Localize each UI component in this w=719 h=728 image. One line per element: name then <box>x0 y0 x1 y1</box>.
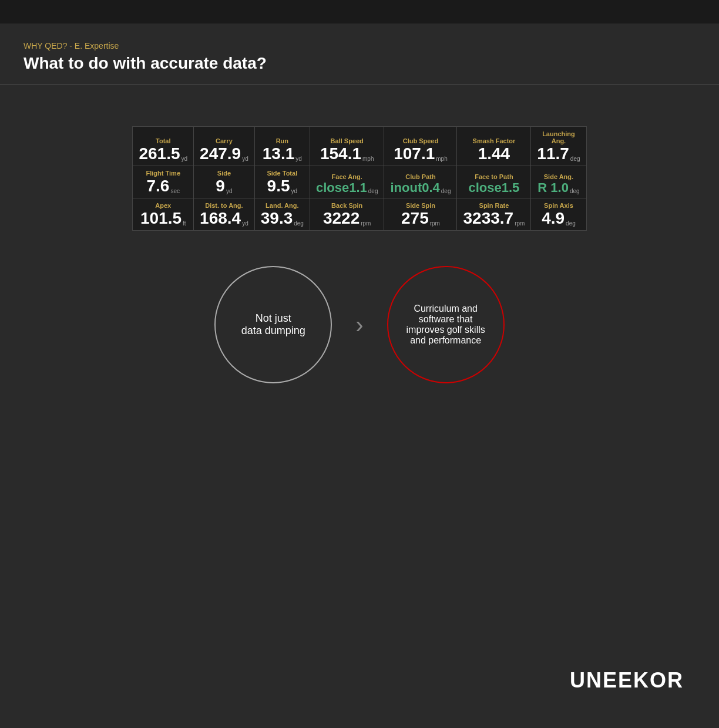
table-cell: Face Ang.close1.1deg <box>310 166 384 198</box>
table-cell: Back Spin3222rpm <box>310 198 384 231</box>
page-title: What to do with accurate data? <box>23 54 696 73</box>
diagram-section: Not just data dumping › Curriculum and s… <box>47 266 672 383</box>
table-cell: Side9yd <box>194 166 255 198</box>
left-circle: Not just data dumping <box>214 266 332 383</box>
table-cell: Spin Rate3233.7rpm <box>457 198 531 231</box>
table-cell: Club Speed107.1mph <box>384 127 457 166</box>
table-cell: Run13.1yd <box>254 127 310 166</box>
table-cell: Ball Speed154.1mph <box>310 127 384 166</box>
header-section: WHY QED? - E. Expertise What to do with … <box>0 23 719 85</box>
table-cell: Carry247.9yd <box>194 127 255 166</box>
table-cell: Flight Time7.6sec <box>133 166 194 198</box>
table-cell: Apex101.5ft <box>133 198 194 231</box>
table-cell: Side Total9.5yd <box>254 166 310 198</box>
right-circle: Curriculum and software that improves go… <box>387 266 505 383</box>
table-cell: Club Pathinout0.4deg <box>384 166 457 198</box>
table-cell: Face to Pathclose1.5 <box>457 166 531 198</box>
main-content: Total261.5ydCarry247.9ydRun13.1ydBall Sp… <box>0 85 719 442</box>
arrow-icon: › <box>355 312 363 338</box>
table-cell: Spin Axis4.9deg <box>531 198 586 231</box>
brand-logo: UNEEKOR <box>570 668 684 693</box>
table-cell: Total261.5yd <box>133 127 194 166</box>
why-qed-label: WHY QED? - E. Expertise <box>23 41 696 50</box>
table-cell: Side Ang.R 1.0deg <box>531 166 586 198</box>
table-cell: Side Spin275rpm <box>384 198 457 231</box>
table-cell: Smash Factor1.44 <box>457 127 531 166</box>
table-cell: Land. Ang.39.3deg <box>254 198 310 231</box>
top-bar <box>0 0 719 23</box>
data-table-wrapper: Total261.5ydCarry247.9ydRun13.1ydBall Sp… <box>47 126 672 231</box>
data-table: Total261.5ydCarry247.9ydRun13.1ydBall Sp… <box>132 126 586 231</box>
table-cell: Launching Ang.11.7deg <box>531 127 586 166</box>
table-cell: Dist. to Ang.168.4yd <box>194 198 255 231</box>
